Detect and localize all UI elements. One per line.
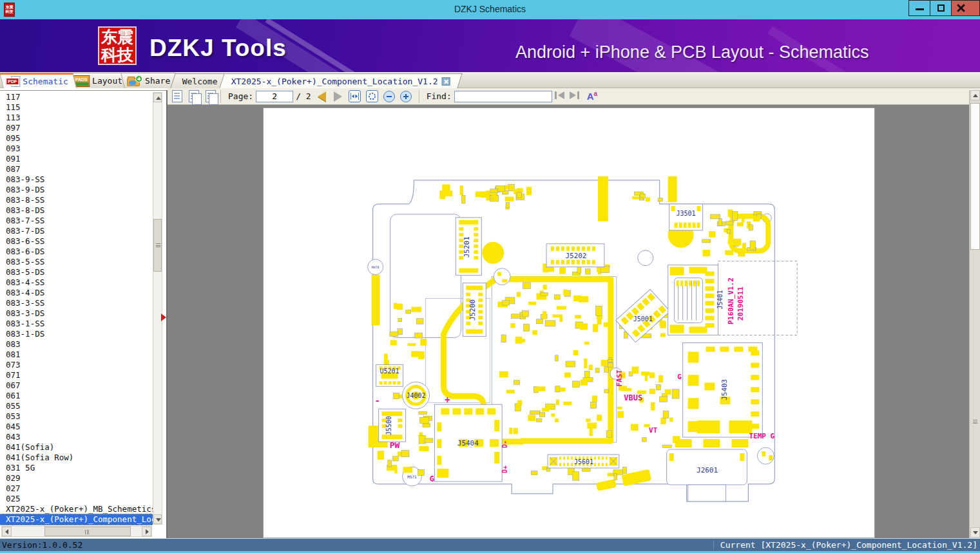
sheet-list-item[interactable]: 045	[0, 422, 153, 432]
version-text: Version:1.0.0.52	[2, 540, 82, 550]
find-input[interactable]	[454, 91, 552, 102]
sheet-list-item[interactable]: 083-9-DS	[0, 185, 153, 195]
status-bar: Version:1.0.0.52 Current [XT2025-x_(Poke…	[0, 538, 980, 551]
close-tab-icon[interactable]	[442, 77, 450, 86]
panel-splitter-arrow[interactable]	[161, 314, 166, 321]
sheet-list-item[interactable]: 041(Sofia)	[0, 442, 153, 453]
sheet-list-item[interactable]: 083-4-DS	[0, 288, 153, 298]
sheet-list-item[interactable]: 083-7-DS	[0, 226, 153, 236]
header-banner: 东震 科技 DZKJ Tools Android + iPhone & PCB …	[0, 19, 980, 72]
fit-width-button[interactable]	[349, 90, 361, 102]
sheet-list-item[interactable]: 041(Sofia Row)	[0, 453, 153, 463]
brand-logo: 东震 科技	[98, 26, 137, 65]
sheet-list-item[interactable]: 027	[0, 483, 153, 494]
pcb-label: J5200	[468, 299, 477, 321]
sheet-list-item[interactable]: 025	[0, 494, 153, 504]
sheet-list-item[interactable]: 083-6-DS	[0, 247, 153, 257]
sheet-list-item[interactable]: 055	[0, 401, 153, 411]
zoom-in-button[interactable]	[400, 91, 412, 102]
sheet-list-item[interactable]: 083-3-DS	[0, 308, 153, 319]
find-next-button[interactable]	[569, 91, 580, 102]
sheet-list-item[interactable]: 071	[0, 370, 153, 380]
sheet-list-item[interactable]: 095	[0, 133, 153, 144]
sheet-list-item[interactable]: 083-9-SS	[0, 174, 153, 185]
multi-page-view-icon[interactable]	[189, 90, 199, 102]
sheet-list-item[interactable]: 083-3-SS	[0, 298, 153, 308]
sheet-list-item[interactable]: 093	[0, 144, 153, 154]
scroll-left-button[interactable]	[2, 527, 12, 536]
document-viewport[interactable]: J5201J5200J5202J3501J5001J5401P160AN_V1.…	[168, 105, 969, 538]
sheet-list-item[interactable]: 113	[0, 113, 153, 123]
single-page-view-icon[interactable]	[172, 90, 182, 102]
pcb-label: FAST	[615, 370, 624, 387]
close-button[interactable]	[952, 1, 979, 15]
pcb-label: 20190511	[736, 286, 745, 321]
sheet-list-item[interactable]: 083-1-DS	[0, 329, 153, 339]
sheet-list-item[interactable]: 081	[0, 350, 153, 360]
tab-schematic[interactable]: PDF Schematic	[0, 73, 77, 88]
sidebar-horizontal-scrollbar[interactable]	[1, 526, 152, 537]
toolbar: Page: / 2 Find: Aa	[168, 88, 980, 105]
sheet-list-item[interactable]: 083-6-SS	[0, 236, 153, 247]
scroll-up-button[interactable]	[153, 93, 162, 102]
sheet-list-item[interactable]: 087	[0, 164, 153, 174]
facing-page-view-icon[interactable]	[206, 90, 216, 102]
pcb-label: J5404	[457, 439, 479, 447]
tab-bar: PDF Schematic PADS Layout Share Welcome …	[0, 72, 980, 88]
sheet-list-item[interactable]: 091	[0, 154, 153, 164]
sheet-list-item[interactable]: 083-8-SS	[0, 195, 153, 205]
document-page[interactable]: J5201J5200J5202J3501J5001J5401P160AN_V1.…	[263, 108, 875, 538]
sheet-list-item[interactable]: 061	[0, 391, 153, 401]
minimize-button[interactable]	[909, 1, 930, 15]
find-label: Find:	[427, 91, 452, 101]
sheet-list-item[interactable]: 031 5G	[0, 463, 153, 473]
sheet-list-item[interactable]: 083-8-DS	[0, 205, 153, 216]
sheet-list-item[interactable]: 043	[0, 432, 153, 442]
pcb-label: MXT8	[372, 265, 380, 269]
pcb-label: D+	[501, 465, 508, 473]
sheet-list-item[interactable]: XT2025-x_(Poker+)_Component_Location_V1.…	[0, 514, 153, 525]
previous-page-button[interactable]	[318, 91, 326, 102]
font-size-button[interactable]: Aa	[587, 90, 597, 102]
sheet-list-item[interactable]: 083-7-SS	[0, 216, 153, 226]
sheet-list-item[interactable]: 067	[0, 380, 153, 391]
fit-page-button[interactable]	[366, 90, 378, 102]
page-input[interactable]	[256, 91, 293, 102]
sheet-list-item[interactable]: 083-4-SS	[0, 277, 153, 288]
next-page-button[interactable]	[334, 91, 342, 102]
scroll-up-button[interactable]	[970, 90, 980, 100]
zoom-out-button[interactable]	[383, 91, 395, 102]
scrollbar-thumb[interactable]	[44, 527, 131, 536]
sheet-list-item[interactable]: 083-1-SS	[0, 319, 153, 329]
pcb-label: U5201	[380, 368, 399, 375]
sheet-list-item[interactable]: 053	[0, 411, 153, 422]
find-previous-button[interactable]	[554, 91, 565, 102]
pcb-label: TEMP G	[749, 432, 775, 440]
sheet-list-item[interactable]: XT2025-x_(Poker+)_MB_Schemetics_V1.2	[0, 504, 153, 514]
sheet-list-item[interactable]: 083	[0, 339, 153, 350]
fit-width-icon	[351, 93, 359, 100]
sheet-list-item[interactable]: 083-5-DS	[0, 267, 153, 277]
scroll-right-button[interactable]	[142, 527, 151, 536]
pcb-label: G	[677, 373, 682, 381]
scroll-down-button[interactable]	[970, 527, 980, 538]
scrollbar-thumb[interactable]	[970, 103, 980, 250]
sheet-list-item[interactable]: 073	[0, 360, 153, 370]
sheet-list-item[interactable]: 097	[0, 123, 153, 133]
sheet-list-item[interactable]: 083-5-SS	[0, 257, 153, 267]
doc-tab-component-location[interactable]: XT2025-x_(Poker+)_Component_Location_V1.…	[219, 73, 462, 88]
sheet-list-item[interactable]: 115	[0, 102, 153, 113]
scroll-down-button[interactable]	[153, 514, 162, 524]
sheet-list-item[interactable]: 117	[0, 92, 153, 102]
document-vertical-scrollbar[interactable]	[969, 90, 980, 538]
scrollbar-thumb[interactable]	[153, 219, 162, 272]
sidebar-vertical-scrollbar[interactable]	[153, 92, 162, 525]
banner-tagline: Android + iPhone & PCB Layout - Schemati…	[515, 42, 869, 62]
pcb-label: J3501	[677, 210, 696, 217]
pcb-label: J5401	[716, 290, 724, 310]
pcb-label: J2601	[697, 466, 718, 474]
sheet-list: 117115113097095093091087083-9-SS083-9-DS…	[0, 92, 153, 526]
sheet-list-item[interactable]: 029	[0, 473, 153, 483]
maximize-button[interactable]	[930, 1, 952, 15]
pcb-label: J5500	[385, 416, 392, 435]
